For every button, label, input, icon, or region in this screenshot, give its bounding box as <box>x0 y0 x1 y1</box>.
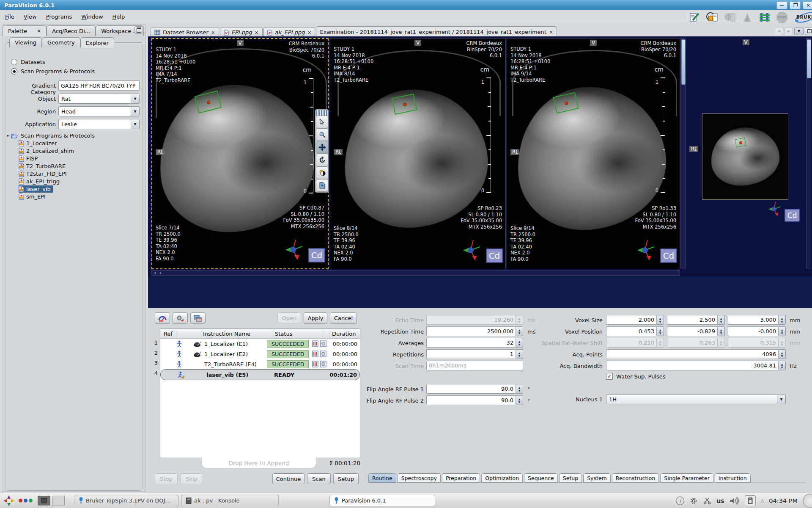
contrast-tool-button[interactable] <box>316 166 329 179</box>
rails-icon[interactable] <box>759 12 771 23</box>
tab-spectroscopy[interactable]: Spectroscopy <box>398 473 441 483</box>
tab-list-button[interactable]: ▼ <box>794 27 804 35</box>
radio-scan-programs[interactable]: Scan Programs & Protocols <box>11 68 95 75</box>
flip-angle-2-spinner[interactable]: ▲▼ <box>516 395 523 405</box>
voxel-size-y-spinner[interactable]: ▲▼ <box>718 315 725 325</box>
tab-acqreco[interactable]: Acq/Reco Di... <box>47 25 96 36</box>
col-status[interactable]: Status <box>273 331 323 337</box>
open-button[interactable]: Open <box>277 312 301 324</box>
tab-sequence[interactable]: Sequence <box>524 473 558 483</box>
cancel-button[interactable]: Cancel <box>330 312 357 324</box>
echo-time-field[interactable]: 19.260 <box>426 315 516 325</box>
gear-tray-icon[interactable] <box>689 497 698 505</box>
viewing-button[interactable] <box>190 312 206 324</box>
tab-ak-epi-ppg[interactable]: ak_EPI.ppg× <box>263 27 315 37</box>
info-tray-icon[interactable]: i <box>676 497 684 505</box>
voxel-position-z-spinner[interactable]: ▲▼ <box>779 326 786 336</box>
lock-dataset-icon[interactable] <box>706 12 718 23</box>
instruction-row-1[interactable]: 1_Localizer (E1) SUCCEEDED 00:00:00 <box>160 339 360 349</box>
tree-root[interactable]: ▾ Scan Programs & Protocols <box>7 132 95 139</box>
viewer-horizontal-scrollbar[interactable]: ◂ ▸ <box>151 270 680 276</box>
instruction-row-3[interactable]: T2_TurboRARE (E4) SUCCEEDED 00:00:00 <box>160 359 360 369</box>
voxel-size-z-field[interactable]: 3.000 <box>728 315 779 325</box>
close-icon[interactable]: × <box>549 29 553 35</box>
apply-button[interactable]: Apply <box>304 312 327 324</box>
scan-button[interactable]: Scan <box>307 473 331 484</box>
viewer-vertical-scrollbar[interactable] <box>680 38 686 269</box>
task-konsole[interactable]: ak : pv - Konsole <box>181 495 279 506</box>
tab-reconstruction[interactable]: Reconstruction <box>612 473 659 483</box>
tab-epi-ppg[interactable]: EPI.ppg× <box>220 27 263 37</box>
repetition-time-spinner[interactable]: ▲▼ <box>516 326 523 336</box>
tab-dataset-browser[interactable]: Dataset Browser× <box>151 27 219 37</box>
region-combo[interactable]: Head▼ <box>58 106 140 116</box>
tree-expander-icon[interactable]: ▾ <box>7 133 9 138</box>
kde-menu-icon[interactable] <box>803 494 812 508</box>
tab-preparation[interactable]: Preparation <box>442 473 480 483</box>
col-duration[interactable]: Duration <box>329 331 360 337</box>
tab-geometry[interactable]: Geometry <box>42 37 80 47</box>
voxel-position-x-field[interactable]: 0.453 <box>606 326 657 336</box>
scroll-right-icon[interactable]: ▸ <box>158 271 164 275</box>
tree-item-3[interactable]: ✱FISP <box>19 155 38 162</box>
voxel-size-z-spinner[interactable]: ▲▼ <box>779 315 786 325</box>
repetition-time-field[interactable]: 2500.000 <box>426 326 516 336</box>
echo-time-spinner[interactable]: ▲▼ <box>516 315 523 325</box>
viewport-3[interactable]: STUDY 114 Nov 201816:28:51 +0100MR E:4 P… <box>507 38 680 269</box>
float-view-button[interactable] <box>805 27 812 35</box>
menu-view[interactable]: View <box>24 14 37 20</box>
averages-spinner[interactable]: ▲▼ <box>516 338 523 348</box>
tray-expand-icon[interactable]: △ <box>761 498 764 503</box>
application-combo[interactable]: Leslie▼ <box>58 119 140 129</box>
skip-button[interactable]: Skip <box>180 473 203 484</box>
scroll-left-icon[interactable]: ◂ <box>152 271 158 275</box>
viewport-1[interactable]: STUDY 114 Nov 201816:28:51 +0100MR E:4 P… <box>151 38 329 269</box>
volume-tray-icon[interactable] <box>730 497 740 505</box>
close-icon[interactable]: × <box>37 28 41 34</box>
clock[interactable]: 04:34 PM <box>769 497 798 504</box>
continue-button[interactable]: Continue <box>272 473 304 484</box>
drop-here-zone[interactable]: Drop Here to Append <box>201 458 316 469</box>
object-combo[interactable]: Rat▼ <box>58 94 140 104</box>
voxel-position-y-field[interactable]: -0.829 <box>667 326 718 336</box>
tab-viewing[interactable]: Viewing <box>9 37 42 47</box>
tab-setup[interactable]: Setup <box>559 473 582 483</box>
voxel-size-x-field[interactable]: 2.000 <box>606 315 657 325</box>
flip-angle-2-field[interactable]: 90.0 <box>426 395 516 405</box>
voxel-position-x-spinner[interactable]: ▲▼ <box>657 326 664 336</box>
menu-help[interactable]: Help <box>112 14 125 20</box>
tree-item-4[interactable]: ✱T2_TurboRARE <box>19 163 66 170</box>
tree-item-7-selected[interactable]: ✱laser_vib <box>19 185 53 193</box>
tree-item-6[interactable]: ✱ak_EPI_trigg <box>19 178 60 185</box>
flip-angle-1-field[interactable]: 90.0 <box>426 384 516 394</box>
edit-protocol-icon[interactable] <box>689 12 700 23</box>
instruction-row-4-selected[interactable]: laser_vib (E5) READY 00:01:20 <box>160 369 360 380</box>
scrollbar-thumb[interactable] <box>807 39 811 78</box>
thumbnail-vertical-scrollbar[interactable] <box>806 38 811 269</box>
gradient-category-input[interactable]: GA12S HP FOR BC70/20 TYP 2 <box>58 80 140 91</box>
tab-instruction[interactable]: Instruction <box>715 473 751 483</box>
export-image-button[interactable]: ± <box>316 179 329 192</box>
repetitions-field[interactable]: 1 <box>426 349 516 359</box>
col-instruction-name[interactable]: Instruction Name <box>201 331 273 337</box>
zoom-tool-button[interactable] <box>316 128 329 141</box>
radio-datasets[interactable]: Datasets <box>11 59 45 65</box>
tab-optimization[interactable]: Optimization <box>481 473 523 483</box>
tab-palette[interactable]: Palette × <box>3 25 47 36</box>
close-icon[interactable]: × <box>307 30 311 36</box>
col-ref[interactable]: Ref <box>160 331 176 337</box>
close-icon[interactable]: × <box>255 30 259 36</box>
instruction-row-2[interactable]: 1_Localizer (E2) SUCCEEDED 00:00:00 <box>160 349 360 359</box>
menu-file[interactable]: File <box>5 14 14 20</box>
toolbar-grip[interactable] <box>316 110 328 116</box>
thumbnail-viewport[interactable] <box>702 113 788 200</box>
tab-single-parameter[interactable]: Single Parameter <box>660 473 713 483</box>
close-button[interactable]: × <box>803 1 812 9</box>
tab-scroll-right-button[interactable]: ▶ <box>785 27 793 35</box>
desktop-dots[interactable] <box>19 499 33 502</box>
setup-button[interactable]: Setup <box>333 473 359 484</box>
scissors-tray-icon[interactable] <box>703 497 711 505</box>
scrollbar-thumb[interactable] <box>681 39 686 85</box>
tree-item-8[interactable]: ✱sm_EPI <box>19 193 46 200</box>
tree-item-2[interactable]: ✱2_Localized_shim <box>19 147 74 155</box>
